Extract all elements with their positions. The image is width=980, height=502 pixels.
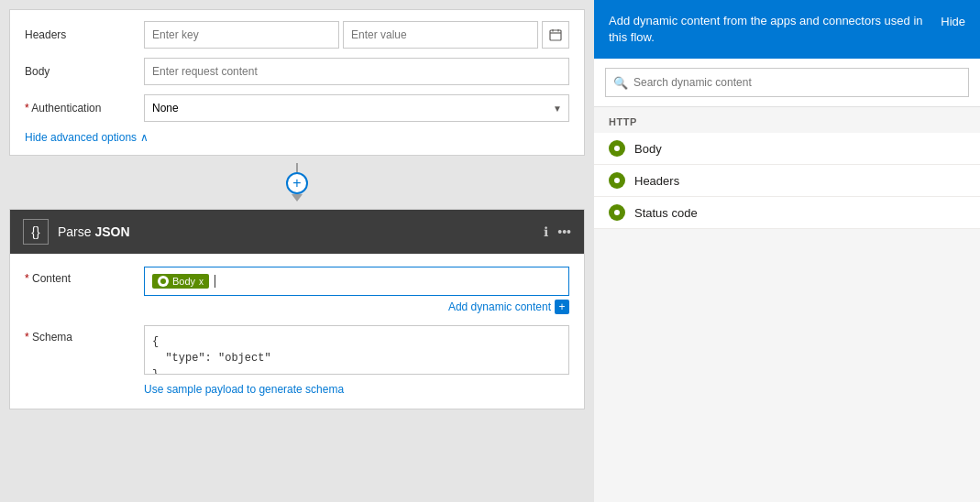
dynamic-content-description: Add dynamic content from the apps and co… xyxy=(609,13,933,46)
parse-json-body: Content Body x Ad xyxy=(10,254,584,409)
dynamic-item-status-label: Status code xyxy=(634,206,698,220)
headers-key-input[interactable] xyxy=(144,21,339,49)
schema-row: Schema { "type": "object" } Use sample p… xyxy=(25,325,569,396)
dynamic-item-status[interactable]: Status code xyxy=(594,197,980,229)
remove-body-tag-button[interactable]: x xyxy=(199,277,204,287)
content-input-wrapper: Body x Add dynamic content + xyxy=(144,267,569,314)
dynamic-item-headers-label: Headers xyxy=(634,174,679,188)
add-dynamic-row: Add dynamic content + xyxy=(144,300,569,314)
dynamic-items-list: Body Headers Status code xyxy=(594,133,980,229)
parse-json-section: {} Parse JSON ℹ ••• Content xyxy=(9,209,585,409)
parse-json-actions: ℹ ••• xyxy=(544,224,571,239)
dynamic-content-header: Add dynamic content from the apps and co… xyxy=(594,0,980,59)
http-section-label: HTTP xyxy=(594,107,980,133)
hide-panel-button[interactable]: Hide xyxy=(941,13,965,28)
step-connector: + xyxy=(0,156,594,209)
dynamic-item-status-icon xyxy=(609,204,625,221)
text-cursor xyxy=(215,275,215,288)
http-section: Headers Body Authenticati xyxy=(9,9,585,156)
dynamic-item-headers-icon xyxy=(609,172,625,189)
authentication-row: Authentication None Basic Client Certifi… xyxy=(25,94,569,122)
add-step-button[interactable]: + xyxy=(286,172,308,194)
more-options-button[interactable]: ••• xyxy=(557,224,571,239)
authentication-label: Authentication xyxy=(25,102,144,115)
content-row: Content Body x Ad xyxy=(25,267,569,314)
calendar-button[interactable] xyxy=(542,21,569,49)
body-label: Body xyxy=(25,65,144,78)
add-dynamic-content-link[interactable]: Add dynamic content + xyxy=(448,300,569,314)
headers-inputs xyxy=(144,21,569,49)
schema-textarea[interactable]: { "type": "object" } xyxy=(144,325,569,375)
chevron-up-icon: ∧ xyxy=(140,131,149,144)
body-tag-dot xyxy=(160,278,166,284)
search-dynamic-input[interactable] xyxy=(633,76,961,89)
svg-rect-0 xyxy=(550,30,561,40)
dynamic-item-body-label: Body xyxy=(634,142,662,156)
use-sample-wrapper: Use sample payload to generate schema xyxy=(144,382,569,396)
body-tag: Body x xyxy=(152,274,209,289)
authentication-select-wrapper: None Basic Client Certificate Active Dir… xyxy=(144,94,569,122)
headers-value-input[interactable] xyxy=(343,21,538,49)
connector-arrow-down xyxy=(292,194,303,202)
body-tag-label: Body xyxy=(172,276,195,287)
hide-advanced-text: Hide advanced options xyxy=(25,131,137,144)
dynamic-item-body-icon xyxy=(609,140,625,157)
schema-field-wrapper: { "type": "object" } Use sample payload … xyxy=(144,325,569,396)
dynamic-item-headers-dot xyxy=(614,178,620,183)
search-icon: 🔍 xyxy=(613,76,628,90)
headers-row: Headers xyxy=(25,21,569,49)
body-row: Body xyxy=(25,58,569,85)
parse-json-header: {} Parse JSON ℹ ••• xyxy=(10,210,584,254)
parse-json-title: Parse JSON xyxy=(58,224,534,239)
content-label: Content xyxy=(25,267,144,285)
dynamic-item-headers[interactable]: Headers xyxy=(594,165,980,197)
info-button[interactable]: ℹ xyxy=(544,224,548,239)
curly-braces-icon: {} xyxy=(31,224,39,239)
search-box: 🔍 xyxy=(605,68,969,97)
authentication-select[interactable]: None Basic Client Certificate Active Dir… xyxy=(144,94,569,122)
add-dynamic-plus-icon: + xyxy=(555,300,569,314)
left-panel: Headers Body Authenticati xyxy=(0,0,594,502)
body-input[interactable] xyxy=(144,58,569,85)
search-box-wrapper: 🔍 xyxy=(594,59,980,107)
hide-advanced-link[interactable]: Hide advanced options ∧ xyxy=(25,131,569,144)
parse-json-icon: {} xyxy=(23,219,49,245)
right-panel: Add dynamic content from the apps and co… xyxy=(594,0,980,502)
add-dynamic-label: Add dynamic content xyxy=(448,300,551,313)
body-tag-icon xyxy=(158,276,169,287)
schema-label: Schema xyxy=(25,325,144,344)
dynamic-item-body[interactable]: Body xyxy=(594,133,980,165)
dynamic-item-status-dot xyxy=(614,210,620,215)
headers-label: Headers xyxy=(25,28,144,41)
dynamic-item-body-dot xyxy=(614,146,620,151)
content-input-field[interactable]: Body x xyxy=(144,267,569,296)
connector-line-top xyxy=(296,163,298,172)
use-sample-link[interactable]: Use sample payload to generate schema xyxy=(144,383,344,396)
